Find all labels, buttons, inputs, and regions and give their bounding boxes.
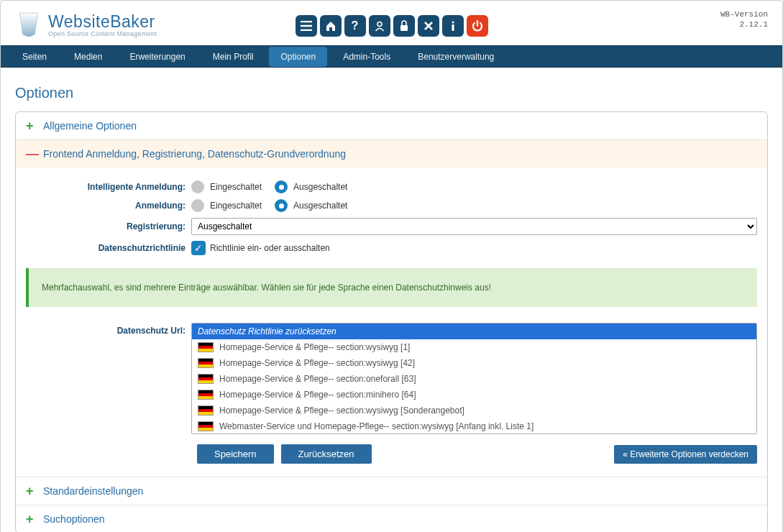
nav-admintools[interactable]: Admin-Tools (331, 47, 402, 67)
logo-icon (14, 10, 44, 40)
nav-medien[interactable]: Medien (63, 47, 114, 67)
lock-icon[interactable] (393, 15, 415, 37)
registration-label: Registrierung: (26, 221, 191, 231)
smart-login-on-text: Eingeschaltet (210, 182, 262, 192)
reset-button[interactable]: Zurücksetzen (281, 444, 372, 464)
section-general-title: Allgemeine Optionen (43, 120, 137, 132)
login-off-text: Ausgeschaltet (293, 201, 347, 211)
brand-title: WebsiteBaker (48, 14, 157, 30)
plus-icon: + (26, 119, 37, 132)
section-frontend-body: Intelligente Anmeldung: Eingeschaltet Au… (16, 168, 767, 477)
smart-login-off-radio[interactable] (275, 180, 288, 193)
policy-label: Datenschutzrichtlinie (26, 243, 191, 253)
info-icon[interactable] (442, 15, 464, 37)
section-search-header[interactable]: + Suchoptionen (16, 505, 767, 532)
privacy-url-label: Datenschutz Url: (26, 323, 191, 336)
logo: WebsiteBaker Open Source Content Managem… (14, 10, 157, 40)
registration-select[interactable]: Ausgeschaltet (191, 218, 757, 235)
help-icon[interactable]: ? (344, 15, 366, 37)
policy-checkbox[interactable]: ✓ (191, 241, 206, 255)
plus-icon: + (26, 485, 37, 497)
smart-login-label: Intelligente Anmeldung: (26, 182, 191, 192)
flag-de-icon (198, 390, 214, 400)
section-frontend-title: Frontend Anmeldung, Registrierung, Daten… (43, 148, 346, 160)
smart-login-off-text: Ausgeschaltet (293, 182, 347, 192)
login-label: Anmeldung: (26, 201, 191, 211)
section-frontend-header[interactable]: — Frontend Anmeldung, Registrierung, Dat… (16, 139, 767, 168)
plus-icon: + (26, 513, 37, 526)
list-item[interactable]: Datenschutz Richtlinie zurücksetzen (192, 324, 756, 339)
login-on-text: Eingeschaltet (210, 201, 262, 211)
flag-de-icon (198, 358, 214, 368)
section-general-header[interactable]: + Allgemeine Optionen (16, 112, 767, 139)
flag-de-icon (198, 342, 214, 352)
list-item[interactable]: Homepage-Service & Pflege-- section:wysi… (192, 339, 756, 355)
nav-profil[interactable]: Mein Profil (201, 47, 265, 67)
flag-de-icon (198, 405, 214, 416)
version: WB-Version 2.12.1 (720, 9, 768, 30)
flag-de-icon (198, 421, 214, 431)
menu-icon[interactable] (296, 15, 317, 37)
main-nav: Seiten Medien Erweiterungen Mein Profil … (1, 45, 782, 68)
privacy-info: Mehrfachauswahl, es sind mehrere Einträg… (26, 268, 757, 307)
svg-rect-1 (400, 25, 408, 31)
toolbar: ? (296, 15, 488, 37)
privacy-url-listbox[interactable]: Datenschutz Richtlinie zurücksetzen Home… (191, 323, 757, 434)
list-item[interactable]: Homepage-Service & Pflege-- section:onef… (192, 371, 756, 387)
svg-point-2 (452, 21, 454, 23)
nav-erweiterungen[interactable]: Erweiterungen (118, 47, 196, 67)
nav-benutzer[interactable]: Benutzerverwaltung (406, 47, 505, 67)
svg-point-0 (377, 22, 382, 27)
power-icon[interactable] (467, 15, 488, 37)
login-off-radio[interactable] (275, 199, 288, 212)
nav-optionen[interactable]: Optionen (269, 47, 327, 67)
section-defaults-title: Standardeinstellungen (43, 485, 143, 497)
list-item[interactable]: Homepage-Service & Pflege-- section:mini… (192, 387, 756, 403)
flag-de-icon (198, 374, 214, 384)
hide-advanced-button[interactable]: « Erweiterte Optionen verdecken (614, 445, 757, 464)
save-button[interactable]: Speichern (197, 444, 274, 464)
brand-subtitle: Open Source Content Management (48, 30, 157, 37)
list-item[interactable]: Homepage-Service & Pflege-- section:wysi… (192, 403, 756, 418)
smart-login-on-radio[interactable] (191, 180, 204, 193)
list-item[interactable]: Webmaster-Service und Homepage-Pflege-- … (192, 418, 756, 434)
nav-seiten[interactable]: Seiten (11, 47, 58, 67)
close-icon[interactable] (418, 15, 439, 37)
list-item[interactable]: Homepage-Service & Pflege-- section:wysi… (192, 355, 756, 371)
home-icon[interactable] (320, 15, 342, 37)
svg-rect-3 (452, 24, 454, 31)
user-icon[interactable] (369, 15, 390, 37)
login-on-radio[interactable] (191, 199, 204, 212)
section-search-title: Suchoptionen (43, 513, 105, 525)
section-defaults-header[interactable]: + Standardeinstellungen (16, 477, 767, 505)
page-title: Optionen (15, 85, 768, 101)
minus-icon: — (26, 147, 37, 160)
policy-desc: Richtlinie ein- oder ausschalten (210, 243, 330, 253)
